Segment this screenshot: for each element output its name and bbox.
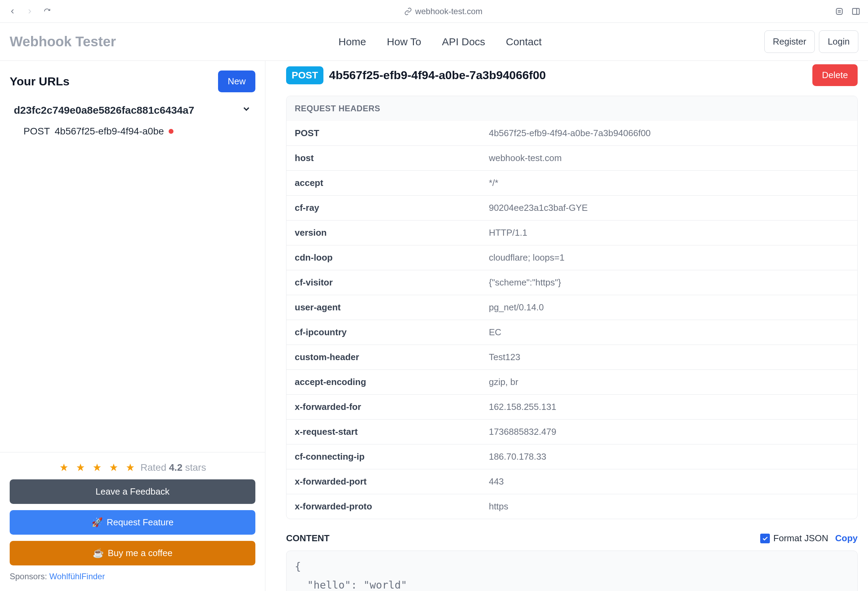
header-value: https (481, 494, 857, 519)
svg-rect-1 (852, 8, 859, 14)
header-row: POST4b567f25-efb9-4f94-a0be-7a3b94066f00 (286, 121, 857, 145)
header-row: cf-ipcountryEC (286, 320, 857, 344)
url-text: webhook-test.com (415, 7, 483, 16)
header-value: Test123 (481, 345, 857, 369)
sponsors-label: Sponsors: (10, 572, 49, 581)
header-row: x-forwarded-port443 (286, 469, 857, 494)
header-key: x-forwarded-for (286, 395, 481, 419)
header-value: cloudflare; loops=1 (481, 245, 857, 270)
header-value: gzip, br (481, 370, 857, 394)
devtools-button[interactable] (834, 6, 844, 16)
nav-link-apidocs[interactable]: API Docs (442, 36, 485, 48)
new-url-button[interactable]: New (218, 71, 255, 92)
nav-back-button[interactable] (7, 6, 18, 17)
delete-button[interactable]: Delete (812, 64, 858, 86)
rating-suffix: stars (182, 462, 206, 473)
header-value: 443 (481, 469, 857, 494)
headers-card: REQUEST HEADERS POST4b567f25-efb9-4f94-a… (286, 96, 858, 519)
nav-link-howto[interactable]: How To (387, 36, 422, 48)
stars-icon (59, 463, 135, 473)
header-key: cf-visitor (286, 270, 481, 295)
request-feature-button[interactable]: 🚀 Request Feature (10, 510, 255, 535)
header-key: accept (286, 171, 481, 195)
header-row: custom-headerTest123 (286, 344, 857, 369)
header-key: POST (286, 121, 481, 145)
top-nav: Webhook Tester Home How To API Docs Cont… (0, 23, 868, 61)
urls-heading: Your URLs (10, 75, 69, 88)
format-json-checkbox[interactable]: Format JSON (760, 533, 828, 544)
header-value: 90204ee23a1c3baf-GYE (481, 196, 857, 220)
address-bar[interactable]: webhook-test.com (59, 7, 828, 16)
header-value: EC (481, 320, 857, 344)
header-key: cf-ray (286, 196, 481, 220)
header-value: webhook-test.com (481, 146, 857, 170)
svg-rect-0 (836, 8, 842, 14)
copy-button[interactable]: Copy (835, 533, 858, 544)
nav-forward-button[interactable] (24, 6, 35, 17)
header-key: cf-connecting-ip (286, 445, 481, 469)
header-row: x-forwarded-for162.158.255.131 (286, 394, 857, 419)
header-row: user-agentpg_net/0.14.0 (286, 295, 857, 320)
sponsor-link[interactable]: WohlfühlFinder (49, 572, 105, 581)
register-button[interactable]: Register (764, 30, 815, 53)
request-id-short: 4b567f25-efb9-4f94-a0be (55, 126, 164, 137)
header-key: custom-header (286, 345, 481, 369)
header-row: cf-ray90204ee23a1c3baf-GYE (286, 195, 857, 220)
header-row: accept-encodinggzip, br (286, 369, 857, 394)
header-value: 4b567f25-efb9-4f94-a0be-7a3b94066f00 (481, 121, 857, 145)
chevron-down-icon (242, 104, 251, 116)
header-value: 162.158.255.131 (481, 395, 857, 419)
sponsors-row: Sponsors: WohlfühlFinder (10, 572, 255, 581)
check-icon (760, 533, 770, 543)
header-key: x-forwarded-port (286, 469, 481, 494)
url-item[interactable]: d23fc2c749e0a8e5826fac881c6434a7 (0, 99, 265, 121)
browser-chrome: webhook-test.com (0, 0, 868, 23)
content-area: POST 4b567f25-efb9-4f94-a0be-7a3b94066f0… (266, 61, 868, 591)
rating-value: 4.2 (169, 462, 182, 473)
coffee-button[interactable]: ☕ Buy me a coffee (10, 541, 255, 566)
header-row: accept*/* (286, 170, 857, 195)
header-value: */* (481, 171, 857, 195)
link-icon (404, 7, 412, 15)
content-body[interactable]: { "hello": "world" } (286, 551, 858, 591)
sidebar: Your URLs New d23fc2c749e0a8e5826fac881c… (0, 61, 266, 591)
panel-button[interactable] (851, 6, 861, 16)
header-value: 1736885832.479 (481, 420, 857, 444)
unread-dot-icon (168, 129, 173, 134)
header-row: cdn-loopcloudflare; loops=1 (286, 245, 857, 270)
rating-prefix: Rated (141, 462, 169, 473)
header-key: host (286, 146, 481, 170)
header-row: versionHTTP/1.1 (286, 220, 857, 245)
header-row: cf-visitor{"scheme":"https"} (286, 270, 857, 295)
header-key: user-agent (286, 295, 481, 320)
feedback-button[interactable]: Leave a Feedback (10, 479, 255, 504)
method-badge: POST (286, 66, 323, 84)
nav-link-home[interactable]: Home (339, 36, 366, 48)
nav-links: Home How To API Docs Contact (116, 36, 764, 48)
request-id: 4b567f25-efb9-4f94-a0be-7a3b94066f00 (329, 68, 546, 82)
header-value: {"scheme":"https"} (481, 270, 857, 295)
header-key: x-request-start (286, 420, 481, 444)
header-row: x-request-start1736885832.479 (286, 419, 857, 444)
header-row: hostwebhook-test.com (286, 145, 857, 170)
header-key: cf-ipcountry (286, 320, 481, 344)
nav-reload-button[interactable] (41, 6, 53, 17)
rocket-icon: 🚀 (92, 517, 103, 528)
header-key: version (286, 220, 481, 245)
header-value: HTTP/1.1 (481, 220, 857, 245)
format-json-label: Format JSON (774, 533, 828, 544)
rating-row: Rated 4.2 stars (10, 462, 255, 473)
coffee-btn-label: Buy me a coffee (108, 548, 173, 558)
nav-link-contact[interactable]: Contact (506, 36, 542, 48)
header-value: pg_net/0.14.0 (481, 295, 857, 320)
login-button[interactable]: Login (819, 30, 858, 53)
coffee-icon: ☕ (93, 548, 104, 558)
request-item[interactable]: POST 4b567f25-efb9-4f94-a0be (0, 121, 265, 142)
content-title: CONTENT (286, 533, 330, 544)
request-method: POST (24, 126, 50, 137)
headers-title: REQUEST HEADERS (286, 96, 857, 121)
brand-title[interactable]: Webhook Tester (10, 34, 116, 49)
feature-btn-label: Request Feature (107, 517, 174, 528)
header-row: x-forwarded-protohttps (286, 494, 857, 519)
header-key: x-forwarded-proto (286, 494, 481, 519)
